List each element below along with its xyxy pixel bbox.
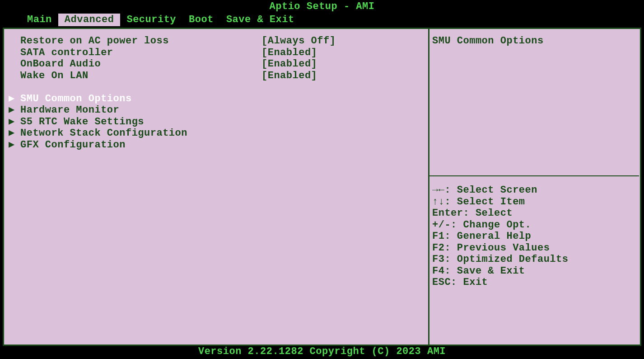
help-key-f2: F2: Previous Values <box>432 242 636 254</box>
submenu-label: Network Stack Configuration <box>20 128 425 139</box>
help-key-enter: Enter: Select <box>432 208 636 219</box>
submenu-arrow-icon: ▶ <box>8 104 20 116</box>
submenu-network-stack[interactable]: ▶ Network Stack Configuration <box>8 128 425 139</box>
tab-save-exit[interactable]: Save & Exit <box>220 14 301 26</box>
submenu-arrow-icon: ▶ <box>8 139 20 151</box>
tab-advanced[interactable]: Advanced <box>58 14 121 26</box>
settings-panel: Restore on AC power loss [Always Off] SA… <box>3 28 428 346</box>
main-area: Restore on AC power loss [Always Off] SA… <box>0 26 644 346</box>
setting-wake-on-lan[interactable]: Wake On LAN [Enabled] <box>8 70 425 82</box>
footer-text: Version 2.22.1282 Copyright (C) 2023 AMI <box>198 346 446 357</box>
spacer <box>8 81 425 93</box>
help-title: SMU Common Options <box>432 35 636 47</box>
setting-label: OnBoard Audio <box>20 58 261 70</box>
help-key-change-opt: +/-: Change Opt. <box>432 219 636 231</box>
submenu-hardware-monitor[interactable]: ▶ Hardware Monitor <box>8 104 425 116</box>
help-key-f1: F1: General Help <box>432 231 636 242</box>
submenu-label: GFX Configuration <box>20 139 425 151</box>
title-text: Aptio Setup - AMI <box>270 1 375 12</box>
help-key-select-item: ↑↓: Select Item <box>432 196 636 208</box>
submenu-arrow-icon: ▶ <box>8 128 20 139</box>
help-panel: SMU Common Options →←: Select Screen ↑↓:… <box>428 28 641 346</box>
tab-bar: Main Advanced Security Boot Save & Exit <box>0 14 644 26</box>
tab-boot[interactable]: Boot <box>182 14 220 26</box>
submenu-label: S5 RTC Wake Settings <box>20 116 425 128</box>
title-bar: Aptio Setup - AMI <box>0 0 644 14</box>
help-description: SMU Common Options <box>432 35 636 175</box>
setting-value: [Enabled] <box>261 58 425 70</box>
setting-sata-controller[interactable]: SATA controller [Enabled] <box>8 47 425 59</box>
tab-main[interactable]: Main <box>21 14 58 26</box>
submenu-arrow-icon: ▶ <box>8 93 20 105</box>
submenu-label: Hardware Monitor <box>20 104 425 116</box>
footer-bar: Version 2.22.1282 Copyright (C) 2023 AMI <box>0 346 644 358</box>
submenu-label: SMU Common Options <box>20 93 425 105</box>
submenu-arrow-icon: ▶ <box>8 116 20 128</box>
submenu-s5-rtc-wake[interactable]: ▶ S5 RTC Wake Settings <box>8 116 425 128</box>
help-keys: →←: Select Screen ↑↓: Select Item Enter:… <box>432 176 636 288</box>
submenu-gfx-configuration[interactable]: ▶ GFX Configuration <box>8 139 425 151</box>
submenu-smu-common-options[interactable]: ▶ SMU Common Options <box>8 93 425 105</box>
setting-onboard-audio[interactable]: OnBoard Audio [Enabled] <box>8 58 425 70</box>
setting-label: Wake On LAN <box>20 70 261 82</box>
setting-value: [Enabled] <box>261 47 425 59</box>
setting-value: [Enabled] <box>261 70 425 82</box>
help-key-esc: ESC: Exit <box>432 277 636 288</box>
help-key-f3: F3: Optimized Defaults <box>432 254 636 265</box>
help-key-f4: F4: Save & Exit <box>432 265 636 277</box>
setting-label: Restore on AC power loss <box>20 35 261 47</box>
setting-value: [Always Off] <box>261 35 425 47</box>
setting-restore-ac[interactable]: Restore on AC power loss [Always Off] <box>8 35 425 47</box>
help-key-select-screen: →←: Select Screen <box>432 184 636 196</box>
setting-label: SATA controller <box>20 47 261 59</box>
tab-security[interactable]: Security <box>120 14 182 26</box>
